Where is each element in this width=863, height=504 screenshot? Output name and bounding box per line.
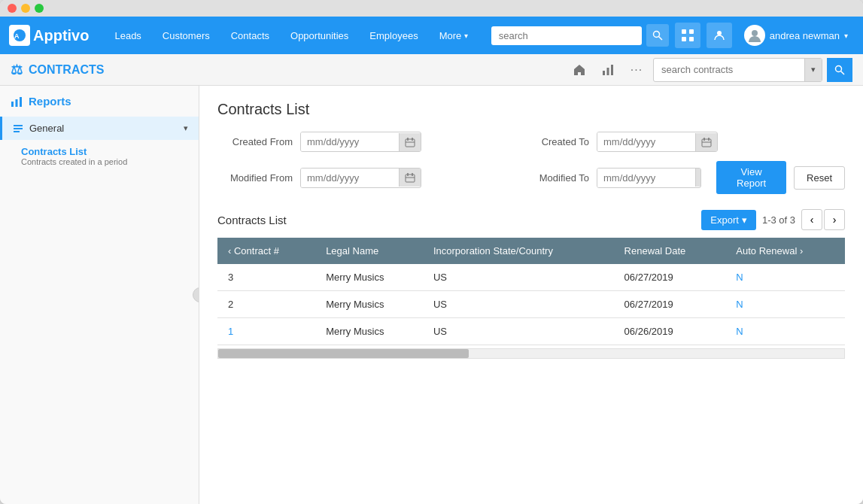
contracts-heading: CONTRACTS [29,63,104,77]
search-contracts-input[interactable] [654,60,804,79]
cell-legal-name: Merry Musics [315,291,423,318]
ellipsis-icon: ··· [631,63,643,77]
cell-state-country: US [423,318,614,345]
modified-to-input-wrap [597,168,701,188]
svg-rect-4 [682,29,686,34]
home-icon-button[interactable] [567,58,591,82]
svg-rect-16 [16,99,18,107]
page-content: Contracts List Created From Created To [199,86,863,504]
svg-line-14 [841,71,845,74]
cell-contract-num[interactable]: 1 [217,318,315,345]
sidebar-general-label: General [29,123,178,134]
col-header-renewal-date: Renewal Date [614,238,726,264]
maximize-window-btn[interactable] [35,4,44,13]
sidebar-item-title: Contracts List [21,146,188,157]
title-bar [0,0,863,17]
svg-rect-11 [607,68,609,75]
modified-from-row: Modified From [217,161,491,194]
export-button[interactable]: Export ▾ [701,210,756,230]
nav-item-contacts[interactable]: Contacts [220,17,280,54]
table-row: 2 Merry Musics US 06/27/2019 N [217,291,845,318]
gavel-icon: ⚖ [11,62,23,78]
chart-icon-button[interactable] [596,58,620,82]
main-content: Reports General ▾ Contracts List Contrac… [0,86,863,504]
svg-rect-18 [14,125,23,126]
col-header-legal-name: Legal Name [315,238,423,264]
cell-legal-name: Merry Musics [315,264,423,291]
nav-item-customers[interactable]: Customers [152,17,220,54]
created-to-label: Created To [514,136,589,147]
search-contracts-wrap: ▾ [653,58,822,82]
sidebar-collapse-button[interactable]: ‹ [193,287,199,302]
user-menu[interactable]: andrea newman ▾ [738,25,854,46]
view-report-button[interactable]: View Report [716,161,786,194]
nav-item-opportunities[interactable]: Opportunities [280,17,359,54]
cell-state-country: US [423,264,614,291]
sidebar-general-arrow-icon: ▾ [184,123,188,133]
svg-rect-7 [689,37,694,41]
svg-rect-6 [682,37,686,41]
sidebar-reports-heading: Reports [0,86,199,117]
svg-point-2 [653,32,659,38]
modified-to-input[interactable] [597,169,695,187]
modified-from-input[interactable] [301,169,399,187]
logo-icon: A [9,25,30,46]
sidebar-item-contracts-list[interactable]: Contracts List Contracts created in a pe… [0,140,199,169]
more-options-button[interactable]: ··· [624,58,649,82]
cell-renewal-date: 06/27/2019 [614,291,726,318]
global-search-input[interactable] [491,26,642,45]
cell-renewal-date: 06/27/2019 [614,264,726,291]
filter-form: Created From Created To [217,132,845,194]
svg-rect-20 [14,131,20,132]
modified-to-calendar-button[interactable] [695,169,701,187]
minimize-window-btn[interactable] [21,4,30,13]
svg-rect-10 [603,71,605,75]
close-window-btn[interactable] [8,4,17,13]
reset-button[interactable]: Reset [794,166,845,190]
created-from-input-wrap [300,132,421,152]
contracts-table: ‹ Contract # Legal Name Incorporation St… [217,238,845,345]
avatar [744,25,765,46]
svg-text:A: A [14,32,20,40]
created-from-input[interactable] [301,132,399,151]
sidebar: Reports General ▾ Contracts List Contrac… [0,86,199,504]
nav-items: Leads Customers Contacts Opportunities E… [104,17,491,54]
cell-contract-num: 2 [217,291,315,318]
sidebar-general-item[interactable]: General ▾ [0,117,199,140]
svg-rect-5 [689,29,694,34]
sub-header: ⚖ CONTRACTS ··· ▾ [0,54,863,86]
created-to-calendar-button[interactable] [695,133,717,151]
people-icon-button[interactable] [707,23,732,48]
nav-item-employees[interactable]: Employees [359,17,428,54]
user-name: andrea newman [770,30,840,41]
global-search-bar [491,24,669,47]
next-page-button[interactable]: › [824,209,845,230]
cell-auto-renewal: N [725,291,845,318]
nav-item-more[interactable]: More ▾ [429,17,479,54]
global-search-button[interactable] [646,24,669,47]
sub-header-actions: ··· ▾ [567,58,852,82]
app-logo: A Apptivo [9,25,89,46]
dropdown-arrow-icon: ▾ [811,65,816,74]
table-scroll-bar[interactable] [217,348,845,359]
sidebar-item-sub: Contracts created in a period [21,157,188,166]
search-contracts-go-button[interactable] [827,58,852,82]
modified-to-row: Modified To View Report Reset [514,161,845,194]
col-header-contract-num[interactable]: ‹ Contract # [217,238,315,264]
table-header-row: Contracts List Export ▾ 1-3 of 3 ‹ › [217,209,845,230]
modified-from-calendar-button[interactable] [399,169,421,187]
table-header-row-el: ‹ Contract # Legal Name Incorporation St… [217,238,845,264]
nav-item-leads[interactable]: Leads [104,17,151,54]
apps-icon-button[interactable] [675,23,700,48]
created-to-input[interactable] [597,132,695,151]
svg-point-8 [717,31,722,35]
created-from-calendar-button[interactable] [399,133,421,151]
svg-rect-19 [14,128,23,129]
table-row: 3 Merry Musics US 06/27/2019 N [217,264,845,291]
modified-from-label: Modified From [217,172,293,184]
svg-rect-29 [406,175,415,182]
search-contracts-dropdown[interactable]: ▾ [804,59,822,81]
created-to-row: Created To [514,132,845,152]
prev-page-button[interactable]: ‹ [801,209,822,230]
svg-rect-17 [20,97,22,107]
